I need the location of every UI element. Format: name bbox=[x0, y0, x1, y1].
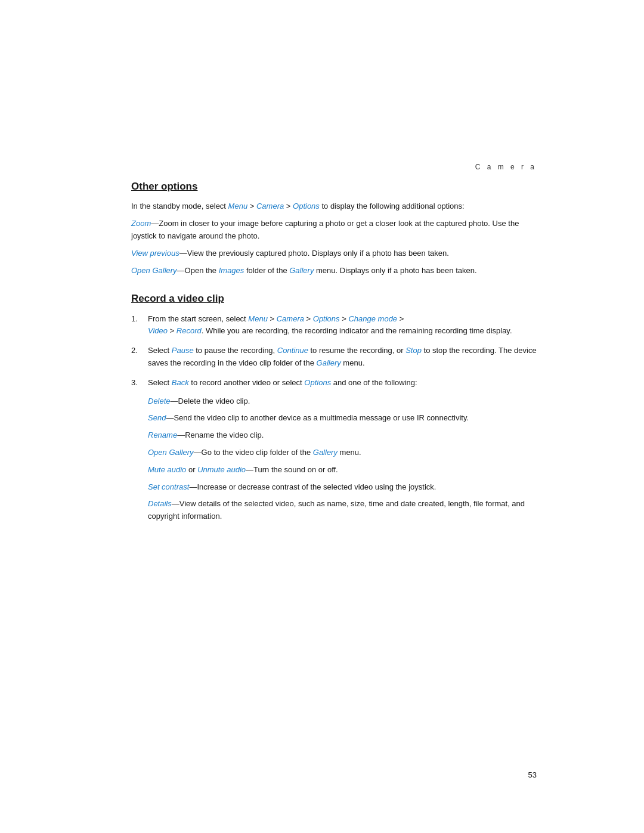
step3-after: and one of the following: bbox=[331, 378, 417, 387]
camera-link[interactable]: Camera bbox=[256, 202, 284, 210]
delete-link[interactable]: Delete bbox=[148, 397, 171, 405]
step2-continue-link[interactable]: Continue bbox=[277, 346, 308, 355]
sub-options-list: Delete—Delete the video clip. Send—Send … bbox=[148, 395, 537, 523]
zoom-text: —Zoom in closer to your image before cap… bbox=[131, 219, 519, 240]
details-option: Details—View details of the selected vid… bbox=[148, 498, 537, 523]
set-contrast-text: —Increase or decrease contrast of the se… bbox=[189, 482, 436, 491]
other-options-intro: In the standby mode, select Menu > Camer… bbox=[131, 200, 537, 213]
delete-option: Delete—Delete the video clip. bbox=[148, 395, 537, 408]
step2-gallery-link[interactable]: Gallery bbox=[317, 358, 341, 367]
page-header: C a m e r a bbox=[475, 161, 537, 172]
open-gallery-video-option: Open Gallery—Go to the video clip folder… bbox=[148, 447, 537, 459]
sep2: > bbox=[284, 202, 293, 210]
step1-sep4: > bbox=[397, 314, 404, 323]
gallery-link[interactable]: Gallery bbox=[289, 266, 314, 275]
step1-text-after: . While you are recording, the recording… bbox=[202, 326, 512, 335]
set-contrast-link[interactable]: Set contrast bbox=[148, 482, 189, 491]
other-options-heading: Other options bbox=[131, 179, 537, 194]
record-video-heading: Record a video clip bbox=[131, 291, 537, 306]
mute-text: —Turn the sound on or off. bbox=[246, 465, 338, 474]
step2-pause-link[interactable]: Pause bbox=[172, 346, 194, 355]
step1-options-link[interactable]: Options bbox=[313, 314, 340, 323]
step-3-content: Select Back to record another video or s… bbox=[148, 377, 537, 528]
step2-text-before: Select bbox=[148, 346, 172, 355]
step3-text-before: Select bbox=[148, 378, 172, 387]
zoom-option: Zoom—Zoom in closer to your image before… bbox=[131, 218, 537, 243]
content-area: Other options In the standby mode, selec… bbox=[131, 179, 537, 535]
step-2-content: Select Pause to pause the recording, Con… bbox=[148, 345, 537, 370]
unmute-audio-link[interactable]: Unmute audio bbox=[197, 465, 246, 474]
steps-list: 1. From the start screen, select Menu > … bbox=[131, 313, 537, 528]
send-option: Send—Send the video clip to another devi… bbox=[148, 412, 537, 425]
set-contrast-option: Set contrast—Increase or decrease contra… bbox=[148, 481, 537, 494]
send-text: —Send the video clip to another device a… bbox=[166, 413, 469, 422]
send-link[interactable]: Send bbox=[148, 413, 166, 422]
mute-or-text: or bbox=[186, 465, 197, 474]
open-gallery-text2: folder of the bbox=[244, 266, 289, 275]
step1-video-link[interactable]: Video bbox=[148, 326, 168, 335]
open-gallery-video-link[interactable]: Open Gallery bbox=[148, 448, 194, 457]
step1-menu-link[interactable]: Menu bbox=[248, 314, 268, 323]
page: C a m e r a Other options In the standby… bbox=[0, 0, 644, 833]
step2-stop-link[interactable]: Stop bbox=[405, 346, 422, 355]
intro-text-after: to display the following additional opti… bbox=[320, 202, 465, 210]
open-gallery-option: Open Gallery—Open the Images folder of t… bbox=[131, 265, 537, 277]
details-link[interactable]: Details bbox=[148, 499, 172, 508]
step1-sep2: > bbox=[304, 314, 313, 323]
step1-text-before: From the start screen, select bbox=[148, 314, 248, 323]
step2-mid2: to resume the recording, or bbox=[308, 346, 405, 355]
open-gallery-video-text1: —Go to the video clip folder of the bbox=[194, 448, 313, 457]
step3-options-link[interactable]: Options bbox=[304, 378, 331, 387]
section-label: C a m e r a bbox=[475, 163, 537, 171]
open-gallery-text1: —Open the bbox=[177, 266, 219, 275]
step-3-num: 3. bbox=[131, 377, 148, 389]
gallery-video-link[interactable]: Gallery bbox=[313, 448, 338, 457]
step1-sep1: > bbox=[268, 314, 277, 323]
step-3: 3. Select Back to record another video o… bbox=[131, 377, 537, 528]
step-1: 1. From the start screen, select Menu > … bbox=[131, 313, 537, 338]
step-1-content: From the start screen, select Menu > Cam… bbox=[148, 313, 537, 338]
mute-audio-link[interactable]: Mute audio bbox=[148, 465, 186, 474]
step1-camera-link[interactable]: Camera bbox=[277, 314, 304, 323]
intro-text-before: In the standby mode, select bbox=[131, 202, 228, 210]
step2-mid1: to pause the recording, bbox=[194, 346, 277, 355]
mute-option: Mute audio or Unmute audio—Turn the soun… bbox=[148, 464, 537, 476]
delete-text: —Delete the video clip. bbox=[171, 397, 250, 405]
other-options-section: Other options In the standby mode, selec… bbox=[131, 179, 537, 277]
step-2: 2. Select Pause to pause the recording, … bbox=[131, 345, 537, 370]
view-previous-link[interactable]: View previous bbox=[131, 249, 179, 258]
zoom-link[interactable]: Zoom bbox=[131, 219, 151, 228]
step1-sep5: > bbox=[168, 326, 177, 335]
page-number: 53 bbox=[528, 770, 537, 779]
open-gallery-video-text2: menu. bbox=[338, 448, 361, 457]
images-link[interactable]: Images bbox=[219, 266, 244, 275]
step1-sep3: > bbox=[340, 314, 349, 323]
view-previous-option: View previous—View the previously captur… bbox=[131, 247, 537, 260]
step1-record-link[interactable]: Record bbox=[177, 326, 202, 335]
step1-changemode-link[interactable]: Change mode bbox=[348, 314, 397, 323]
view-previous-text: —View the previously captured photo. Dis… bbox=[179, 249, 449, 258]
options-link[interactable]: Options bbox=[293, 202, 320, 210]
step-2-num: 2. bbox=[131, 345, 148, 357]
open-gallery-link[interactable]: Open Gallery bbox=[131, 266, 177, 275]
step2-after: menu. bbox=[341, 358, 365, 367]
menu-link[interactable]: Menu bbox=[228, 202, 248, 210]
sep1: > bbox=[247, 202, 256, 210]
step-1-num: 1. bbox=[131, 313, 148, 326]
record-video-section: Record a video clip 1. From the start sc… bbox=[131, 291, 537, 528]
open-gallery-text3: menu. Displays only if a photo has been … bbox=[314, 266, 476, 275]
step3-mid: to record another video or select bbox=[189, 378, 305, 387]
rename-text: —Rename the video clip. bbox=[177, 431, 264, 439]
step3-back-link[interactable]: Back bbox=[172, 378, 189, 387]
details-text: —View details of the selected video, suc… bbox=[148, 499, 525, 521]
rename-option: Rename—Rename the video clip. bbox=[148, 429, 537, 442]
rename-link[interactable]: Rename bbox=[148, 431, 177, 439]
